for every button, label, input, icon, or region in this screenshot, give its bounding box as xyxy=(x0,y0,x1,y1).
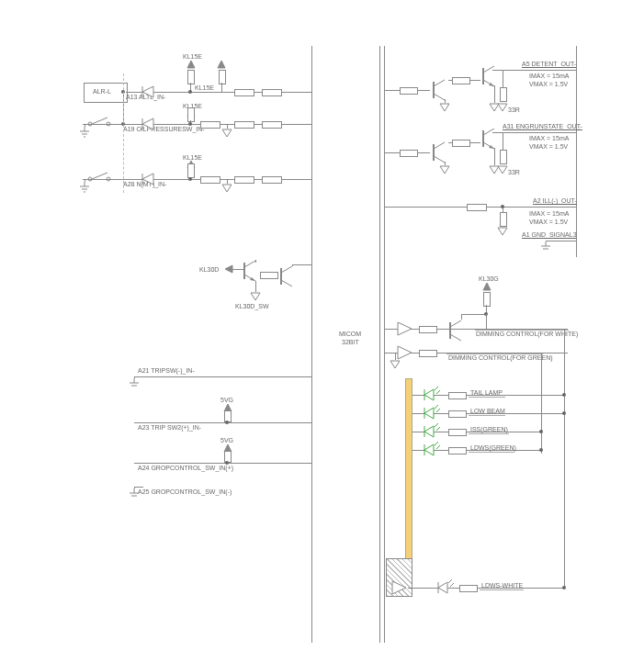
a5-p2: VMAX = 1.5V xyxy=(529,81,568,88)
a24-label: A24 GROPCONTROL_SW_IN(+) xyxy=(138,465,233,472)
underline xyxy=(475,330,569,331)
diode-icon xyxy=(141,172,159,186)
node xyxy=(539,430,543,433)
resistor xyxy=(419,326,437,333)
opamp-icon xyxy=(397,345,413,360)
node xyxy=(501,205,504,208)
svg-line-46 xyxy=(450,334,461,341)
resistor xyxy=(500,212,507,227)
svg-line-22 xyxy=(281,280,292,286)
resistor xyxy=(448,410,467,418)
wire xyxy=(486,314,487,329)
node xyxy=(562,393,566,397)
a19-label: A19 OILPRESSURESW_IN- xyxy=(123,126,205,133)
a2-label: A2 ILL(-)_OUT- xyxy=(533,197,577,205)
ldws-label: LDWS(GREEN) xyxy=(470,444,516,452)
led-icon xyxy=(436,580,453,595)
wire xyxy=(494,85,495,103)
ground-icon xyxy=(79,127,90,138)
svg-line-11 xyxy=(92,173,107,179)
ground-tri-icon xyxy=(250,292,261,301)
svg-point-10 xyxy=(107,177,110,181)
dim-white-label: DIMMING CONTROL(FOR WHITE) xyxy=(476,331,578,338)
a5-p1: IMAX = 15mA xyxy=(529,73,569,80)
resistor xyxy=(187,70,195,84)
kl30d-sw-label: KL30D_SW xyxy=(235,303,269,310)
resistor xyxy=(448,392,467,399)
svg-line-18 xyxy=(244,261,255,267)
node xyxy=(562,411,566,415)
dim-green-bus xyxy=(541,353,542,454)
transistor-icon xyxy=(277,264,298,288)
resistor xyxy=(260,272,278,279)
svg-line-21 xyxy=(281,266,292,273)
node xyxy=(562,586,566,589)
alr-l-label: ALR-L xyxy=(93,88,111,95)
ground-tri-icon xyxy=(497,103,508,112)
underline xyxy=(469,433,509,434)
ground-icon xyxy=(129,378,140,389)
ground-tri-icon xyxy=(221,184,232,193)
resistor xyxy=(483,292,491,307)
opamp-icon xyxy=(397,321,413,336)
tail-label: TAIL LAMP xyxy=(470,389,503,397)
wire-a23 xyxy=(134,422,311,423)
svg-line-39 xyxy=(434,142,445,149)
node xyxy=(188,122,192,126)
transistor-icon xyxy=(480,64,500,88)
wire xyxy=(503,132,503,150)
svg-line-36 xyxy=(483,129,494,135)
transistor-icon xyxy=(446,319,467,342)
wire xyxy=(134,487,135,488)
ground-tri-icon xyxy=(221,129,232,138)
resistor xyxy=(419,350,437,357)
a21-label: A21 TRIPSW(-)_IN- xyxy=(138,367,195,375)
node xyxy=(539,448,543,452)
wire xyxy=(395,353,396,360)
svg-line-60 xyxy=(448,579,452,583)
dim-green-label: DIMMING CONTROL(FOR GREEN) xyxy=(448,354,553,362)
svg-line-51 xyxy=(435,405,438,409)
iss-label: ISS(GREEN) xyxy=(470,426,508,433)
wire-a21 xyxy=(134,376,311,377)
resistor xyxy=(234,121,254,129)
transistor-icon xyxy=(430,78,450,102)
resistor xyxy=(234,89,254,96)
svg-line-57 xyxy=(435,442,438,445)
kl15e-top: KL15E xyxy=(183,53,202,61)
wire xyxy=(503,70,503,87)
resistor xyxy=(219,70,226,84)
led-bar-yellow xyxy=(405,378,412,560)
switch-icon xyxy=(87,172,115,183)
5vg-1: 5VG xyxy=(220,397,233,404)
a31-p1: IMAX = 15mA xyxy=(529,135,569,142)
micom-label-2: 32BIT xyxy=(342,339,359,346)
right-panel-left-rail xyxy=(384,46,385,643)
switch-icon xyxy=(87,117,115,128)
ground-tri-icon xyxy=(497,227,508,236)
node xyxy=(225,421,229,424)
underline xyxy=(469,415,505,416)
resistor xyxy=(262,89,282,96)
led-icon xyxy=(423,387,439,402)
svg-line-54 xyxy=(435,423,438,427)
resistor xyxy=(187,107,195,122)
resistor xyxy=(448,429,467,436)
wire xyxy=(85,124,85,127)
svg-line-34 xyxy=(434,94,445,100)
kl15e-row1: KL15E xyxy=(195,84,214,92)
wire xyxy=(227,124,228,129)
underline xyxy=(446,354,543,354)
ground-icon xyxy=(79,182,90,193)
33r-2: 33R xyxy=(508,169,520,176)
resistor xyxy=(500,87,507,102)
wire xyxy=(255,260,256,263)
svg-line-52 xyxy=(436,409,440,412)
ground-tri-icon xyxy=(390,360,401,369)
svg-line-33 xyxy=(434,80,445,86)
svg-point-2 xyxy=(107,122,110,126)
a23-label: A23 TRIP SW2(+)_IN- xyxy=(138,424,201,432)
wire xyxy=(494,148,495,165)
node xyxy=(188,90,192,94)
wire xyxy=(134,376,135,378)
